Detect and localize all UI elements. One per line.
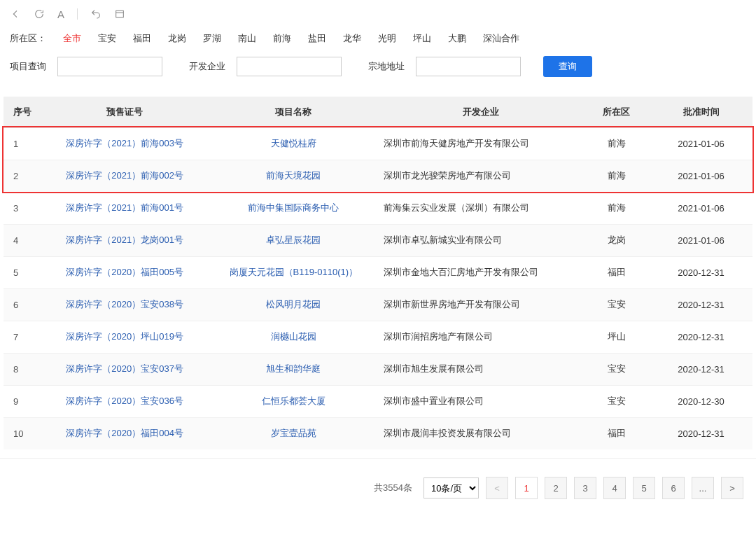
project-link[interactable]: 润樾山花园 <box>271 331 316 342</box>
project-link[interactable]: 卓弘星辰花园 <box>266 235 321 245</box>
pagination: 共3554条 10条/页 < 123456 ... > <box>0 458 756 513</box>
page-number-button[interactable]: 4 <box>603 477 626 499</box>
results-table: 序号预售证号项目名称开发企业所在区批准时间 1深房许字（2021）前海003号天… <box>4 97 752 449</box>
cell-index: 1 <box>4 127 40 160</box>
cell-project: 旭生和韵华庭 <box>209 353 378 385</box>
table-row: 6深房许字（2020）宝安038号松风明月花园深圳市新世界房地产开发有限公司宝安… <box>4 288 752 321</box>
table-header: 批准时间 <box>650 97 752 127</box>
page-prev-button[interactable]: < <box>486 477 508 499</box>
table-row: 9深房许字（2020）宝安036号仁恒乐都荟大厦深圳市盛中置业有限公司宝安202… <box>4 385 752 417</box>
cell-cert: 深房许字（2020）宝安037号 <box>40 353 209 385</box>
toolbar: A <box>0 0 756 28</box>
cert-link[interactable]: 深房许字（2020）宝安038号 <box>66 299 183 309</box>
cell-cert: 深房许字（2021）前海001号 <box>40 192 209 224</box>
page-number-button[interactable]: 3 <box>574 477 596 499</box>
project-query-input[interactable] <box>57 57 162 76</box>
project-link[interactable]: 仁恒乐都荟大厦 <box>262 396 326 406</box>
cell-district: 福田 <box>584 256 650 288</box>
project-link[interactable]: 旭生和韵华庭 <box>266 363 321 374</box>
page-ellipsis[interactable]: ... <box>692 477 714 499</box>
page-number-button[interactable]: 5 <box>633 477 655 499</box>
cell-district: 前海 <box>584 192 650 224</box>
cell-date: 2020-12-31 <box>650 288 752 321</box>
window-icon[interactable] <box>114 8 125 20</box>
project-link[interactable]: 天健悦桂府 <box>271 138 316 148</box>
district-item[interactable]: 罗湖 <box>203 32 221 45</box>
table-header: 序号 <box>4 97 40 127</box>
refresh-icon[interactable] <box>34 8 45 20</box>
cell-district: 龙岗 <box>584 224 650 256</box>
cell-date: 2021-01-06 <box>650 192 752 224</box>
cell-district: 坪山 <box>584 321 650 353</box>
district-item[interactable]: 前海 <box>273 32 291 45</box>
cell-district: 福田 <box>584 417 650 449</box>
cell-date: 2020-12-31 <box>650 417 752 449</box>
cell-date: 2021-01-06 <box>650 160 752 192</box>
table-header: 项目名称 <box>209 97 378 127</box>
district-item[interactable]: 深汕合作 <box>483 32 519 45</box>
developer-label: 开发企业 <box>189 60 225 73</box>
district-item[interactable]: 龙华 <box>343 32 361 45</box>
table-header: 所在区 <box>584 97 650 127</box>
cell-index: 4 <box>4 224 40 256</box>
district-item[interactable]: 坪山 <box>413 32 431 45</box>
cell-date: 2020-12-31 <box>650 321 752 353</box>
page-next-button[interactable]: > <box>721 477 743 499</box>
district-label: 所在区： <box>10 32 46 45</box>
district-item[interactable]: 全市 <box>63 32 81 45</box>
project-link[interactable]: 前海天境花园 <box>266 170 321 181</box>
cell-cert: 深房许字（2020）宝安038号 <box>40 288 209 321</box>
cert-link[interactable]: 深房许字（2021）前海002号 <box>66 170 183 181</box>
cell-district: 宝安 <box>584 288 650 321</box>
text-a-icon[interactable]: A <box>57 8 64 20</box>
cell-index: 7 <box>4 321 40 353</box>
cell-project: 岗厦天元花园（B119-0110(1)） <box>209 256 378 288</box>
cell-project: 天健悦桂府 <box>209 127 378 160</box>
cert-link[interactable]: 深房许字（2020）宝安037号 <box>66 363 183 374</box>
cell-cert: 深房许字（2020）坪山019号 <box>40 321 209 353</box>
page-size-select[interactable]: 10条/页 <box>424 477 479 498</box>
project-link[interactable]: 岗厦天元花园（B119-0110(1)） <box>230 267 358 277</box>
district-item[interactable]: 龙岗 <box>168 32 186 45</box>
table-row: 4深房许字（2021）龙岗001号卓弘星辰花园深圳市卓弘新城实业有限公司龙岗20… <box>4 224 752 256</box>
district-item[interactable]: 宝安 <box>98 32 116 45</box>
undo-icon[interactable] <box>90 8 102 20</box>
page-number-button[interactable]: 6 <box>662 477 685 499</box>
cell-date: 2020-12-31 <box>650 256 752 288</box>
back-icon[interactable] <box>10 8 21 20</box>
cell-index: 9 <box>4 385 40 417</box>
cell-project: 前海天境花园 <box>209 160 378 192</box>
cell-developer: 深圳市金地大百汇房地产开发有限公司 <box>378 256 584 288</box>
district-item[interactable]: 光明 <box>378 32 396 45</box>
cert-link[interactable]: 深房许字（2020）坪山019号 <box>66 331 183 342</box>
cert-link[interactable]: 深房许字（2020）福田005号 <box>66 267 183 277</box>
search-button[interactable]: 查询 <box>543 56 592 77</box>
cell-developer: 深圳市龙光骏荣房地产有限公司 <box>378 160 584 192</box>
table-row: 8深房许字（2020）宝安037号旭生和韵华庭深圳市旭生发展有限公司宝安2020… <box>4 353 752 385</box>
cert-link[interactable]: 深房许字（2021）龙岗001号 <box>66 235 183 245</box>
cert-link[interactable]: 深房许字（2021）前海001号 <box>66 202 183 213</box>
cell-project: 前海中集国际商务中心 <box>209 192 378 224</box>
district-item[interactable]: 福田 <box>133 32 151 45</box>
project-link[interactable]: 前海中集国际商务中心 <box>248 202 339 213</box>
cert-link[interactable]: 深房许字（2020）宝安036号 <box>66 396 183 406</box>
cell-cert: 深房许字（2020）宝安036号 <box>40 385 209 417</box>
table-row: 3深房许字（2021）前海001号前海中集国际商务中心前海集云实业发展（深圳）有… <box>4 192 752 224</box>
cert-link[interactable]: 深房许字（2021）前海003号 <box>66 138 183 148</box>
cell-project: 仁恒乐都荟大厦 <box>209 385 378 417</box>
parcel-input[interactable] <box>416 57 521 76</box>
project-link[interactable]: 岁宝壹品苑 <box>271 428 316 438</box>
cert-link[interactable]: 深房许字（2020）福田004号 <box>66 428 183 438</box>
district-item[interactable]: 南山 <box>238 32 256 45</box>
cell-project: 卓弘星辰花园 <box>209 224 378 256</box>
district-item[interactable]: 大鹏 <box>448 32 466 45</box>
developer-input[interactable] <box>237 57 342 76</box>
page-number-button[interactable]: 2 <box>545 477 567 499</box>
district-filter: 所在区： 全市宝安福田龙岗罗湖南山前海盐田龙华光明坪山大鹏深汕合作 <box>0 28 756 52</box>
cell-cert: 深房许字（2021）前海002号 <box>40 160 209 192</box>
cell-index: 2 <box>4 160 40 192</box>
cell-district: 宝安 <box>584 385 650 417</box>
district-item[interactable]: 盐田 <box>308 32 326 45</box>
project-link[interactable]: 松风明月花园 <box>266 299 321 309</box>
page-number-button[interactable]: 1 <box>515 477 538 499</box>
